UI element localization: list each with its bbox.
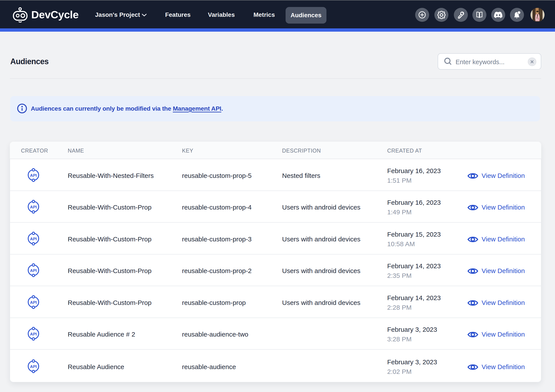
svg-text:API: API xyxy=(30,205,37,209)
svg-text:API: API xyxy=(30,364,37,369)
svg-text:API: API xyxy=(30,173,37,178)
svg-text:API: API xyxy=(30,268,37,273)
svg-text:API: API xyxy=(30,332,37,336)
svg-text:API: API xyxy=(30,300,37,305)
svg-text:API: API xyxy=(30,236,37,241)
